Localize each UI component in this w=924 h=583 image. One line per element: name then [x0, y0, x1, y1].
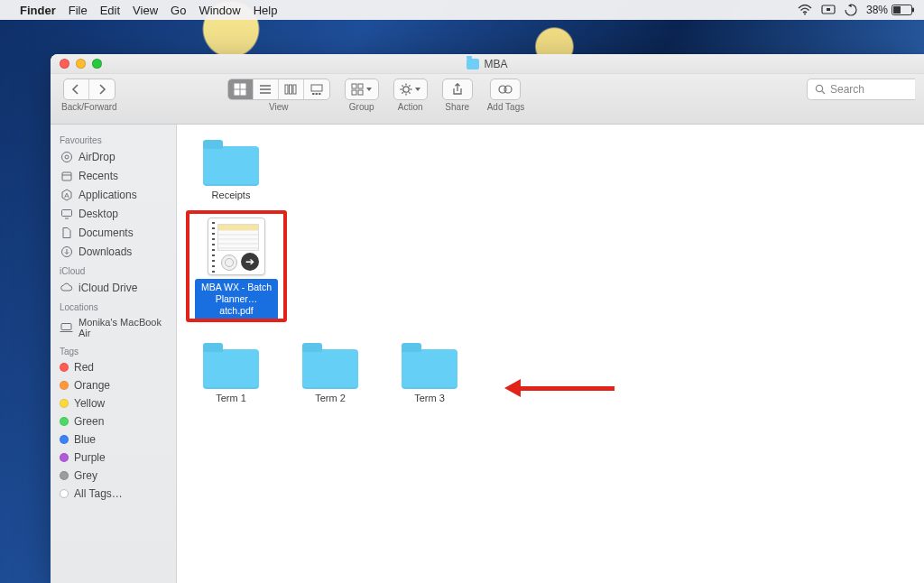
tag-dot-icon [60, 363, 69, 372]
sidebar-item-label: Yellow [74, 397, 105, 410]
sidebar-tag-grey[interactable]: Grey [51, 467, 176, 485]
display-icon[interactable] [821, 5, 836, 15]
menubar-app-name[interactable]: Finder [20, 4, 56, 17]
search-input[interactable]: Search [807, 79, 915, 100]
group-button[interactable] [345, 79, 379, 100]
sidebar-tag-blue[interactable]: Blue [51, 430, 176, 449]
svg-line-28 [402, 92, 403, 93]
recents-icon [60, 169, 73, 182]
menubar-item-go[interactable]: Go [171, 4, 186, 17]
window-close-button[interactable] [60, 59, 69, 69]
pdf-thumbnail-icon: ➔ [208, 217, 265, 275]
tag-dot-icon [60, 417, 69, 426]
forward-button[interactable] [89, 79, 115, 99]
svg-rect-9 [241, 90, 245, 95]
sidebar-item-label: Orange [74, 379, 110, 392]
titlebar-folder-icon [467, 59, 479, 69]
folder-term2[interactable]: Term 2 [294, 344, 366, 404]
menubar-item-view[interactable]: View [133, 4, 158, 17]
tags-group: Add Tags [487, 79, 525, 112]
sidebar-item-label: Purple [74, 451, 106, 464]
wifi-icon[interactable] [798, 5, 812, 15]
tags-label: Add Tags [487, 102, 525, 112]
finder-window: MBA Back/Forward [51, 54, 924, 583]
battery-percentage[interactable]: 38% [866, 4, 915, 16]
sidebar-item-label: Desktop [79, 208, 118, 220]
svg-rect-16 [319, 93, 321, 95]
sidebar-tag-green[interactable]: Green [51, 412, 176, 430]
sidebar-tag-red[interactable]: Red [51, 358, 176, 376]
sidebar-item-computer[interactable]: Monika's MacBook Air [51, 314, 176, 341]
sidebar-tag-orange[interactable]: Orange [51, 376, 176, 394]
sidebar-item-icloud-drive[interactable]: iCloud Drive [51, 278, 176, 297]
sidebar-item-recents[interactable]: Recents [51, 166, 176, 185]
sidebar-item-label: Applications [79, 189, 137, 201]
svg-rect-39 [61, 209, 71, 216]
sync-icon[interactable] [845, 4, 857, 16]
svg-rect-42 [61, 324, 71, 330]
svg-rect-6 [235, 84, 239, 88]
share-label: Share [445, 102, 469, 112]
svg-line-27 [409, 92, 410, 93]
menubar-item-help[interactable]: Help [254, 4, 278, 17]
action-button[interactable] [393, 79, 428, 100]
file-label-selected: MBA WX - Batch Planner…atch.pdf [195, 279, 278, 319]
svg-rect-36 [62, 172, 71, 180]
file-label: Term 2 [315, 393, 346, 404]
menubar-item-edit[interactable]: Edit [100, 4, 120, 17]
sidebar-item-label: Documents [79, 227, 134, 239]
svg-line-33 [822, 91, 825, 94]
downloads-icon [60, 245, 73, 258]
sidebar-item-airdrop[interactable]: AirDrop [51, 147, 176, 166]
sidebar-tag-yellow[interactable]: Yellow [51, 394, 176, 412]
folder-term1[interactable]: Term 1 [195, 344, 267, 404]
sidebar-item-label: Green [74, 415, 104, 428]
column-view-button[interactable] [279, 79, 304, 99]
tag-dot-icon [60, 435, 69, 444]
folder-receipts[interactable]: Receipts [195, 141, 267, 201]
add-tags-button[interactable] [490, 79, 521, 100]
svg-rect-13 [311, 85, 322, 91]
sidebar-item-label: Monika's MacBook Air [79, 317, 167, 338]
svg-point-32 [816, 85, 822, 91]
sidebar-item-applications[interactable]: AApplications [51, 185, 176, 204]
menubar-item-file[interactable]: File [69, 4, 88, 17]
icon-view-button[interactable] [228, 79, 254, 99]
view-group: View [227, 79, 330, 112]
svg-rect-2 [827, 8, 830, 11]
share-group: Share [442, 79, 473, 112]
share-button[interactable] [442, 79, 473, 100]
svg-rect-20 [358, 90, 363, 95]
finder-sidebar: Favourites AirDrop Recents AApplications… [51, 125, 177, 583]
tag-dot-icon [60, 489, 69, 498]
sidebar-item-label: iCloud Drive [79, 282, 137, 294]
finder-content[interactable]: Receipts ➔ MBA WX - Batch Planner…atch.p… [177, 125, 924, 583]
sidebar-item-documents[interactable]: Documents [51, 223, 176, 242]
laptop-icon [60, 321, 73, 335]
sidebar-all-tags[interactable]: All Tags… [51, 485, 176, 503]
folder-term3[interactable]: Term 3 [393, 344, 466, 404]
sidebar-tag-purple[interactable]: Purple [51, 449, 176, 467]
sidebar-head-locations: Locations [51, 297, 176, 314]
sidebar-item-desktop[interactable]: Desktop [51, 204, 176, 223]
svg-line-26 [402, 85, 403, 86]
sidebar-item-label: Blue [74, 433, 96, 446]
svg-rect-11 [290, 85, 292, 94]
list-view-button[interactable] [254, 79, 279, 99]
sidebar-item-label: Downloads [79, 245, 132, 258]
sidebar-item-downloads[interactable]: Downloads [51, 242, 176, 261]
sidebar-head-tags: Tags [51, 341, 176, 358]
window-zoom-button[interactable] [92, 59, 102, 69]
desktop-icon [60, 207, 73, 220]
gallery-view-button[interactable] [304, 79, 329, 99]
window-title: MBA [484, 58, 507, 70]
file-selected-pdf[interactable]: ➔ MBA WX - Batch Planner…atch.pdf [195, 217, 278, 319]
folder-icon [203, 349, 259, 389]
back-button[interactable] [64, 79, 89, 99]
svg-rect-5 [912, 8, 914, 13]
file-label: Term 3 [414, 393, 445, 404]
window-minimize-button[interactable] [76, 59, 86, 69]
window-titlebar[interactable]: MBA [51, 54, 924, 74]
chevron-down-icon [415, 88, 420, 91]
menubar-item-window[interactable]: Window [199, 4, 240, 17]
